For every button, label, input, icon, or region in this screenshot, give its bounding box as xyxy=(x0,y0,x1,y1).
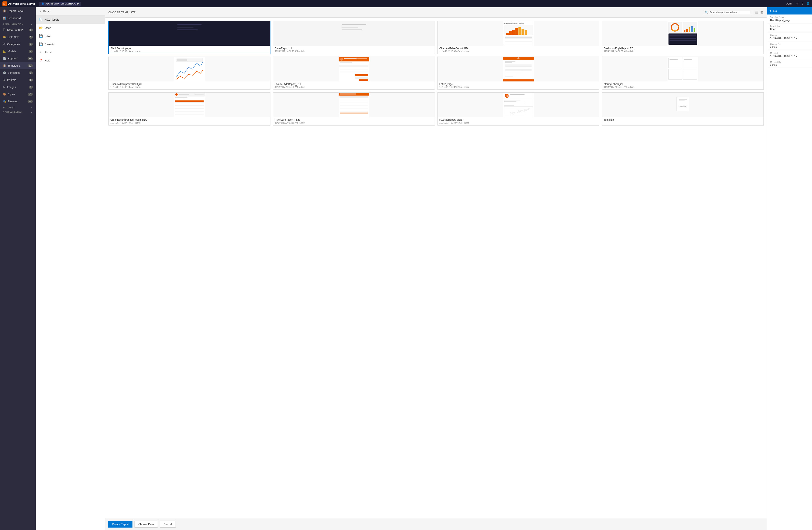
signout-icon[interactable]: ↪ xyxy=(797,2,799,5)
dialog-search-input[interactable] xyxy=(710,11,750,14)
data-sets-icon: 📂 xyxy=(3,35,6,39)
template-card-name: Template xyxy=(604,118,762,121)
svg-rect-115 xyxy=(340,110,368,111)
collapse-icon[interactable]: ▲ xyxy=(31,106,33,109)
svg-rect-80 xyxy=(669,61,676,61)
svg-rect-64 xyxy=(505,65,532,66)
svg-rect-55 xyxy=(355,76,368,77)
svg-text:Rx: Rx xyxy=(506,95,508,97)
sidebar-item-models[interactable]: 📐 Models 4 xyxy=(0,48,36,55)
menu-item-label: About xyxy=(45,51,52,54)
svg-rect-63 xyxy=(505,64,532,65)
svg-point-44 xyxy=(340,58,343,61)
info-field: Created Byadmin xyxy=(767,41,812,51)
svg-rect-48 xyxy=(340,64,348,64)
svg-rect-106 xyxy=(340,96,368,98)
collapse-icon[interactable]: ▲ xyxy=(31,111,33,114)
svg-point-60 xyxy=(517,57,519,59)
menu-item-new-report[interactable]: 📄 New Report xyxy=(36,15,105,24)
svg-rect-84 xyxy=(669,71,678,71)
schedules-badge: 3 xyxy=(29,71,33,74)
choose-data-button[interactable]: Choose Data xyxy=(134,521,158,528)
sidebar-item-label: Models xyxy=(8,50,16,53)
back-button[interactable]: ← Back xyxy=(36,8,105,15)
data-sources-badge: 3 xyxy=(29,29,33,31)
template-thumbnail xyxy=(109,93,270,117)
template-card[interactable]: PivotStyleReport_Page11/14/2017, 10:37:5… xyxy=(273,92,435,126)
logo-icon: AR xyxy=(2,1,7,6)
template-card[interactable]: ChartAndTableReport_RDL.rdlx ChartAndTab… xyxy=(437,21,599,54)
template-card[interactable]: DashboardStyleReport_RDL11/14/2017, 10:3… xyxy=(602,21,764,54)
collapse-icon[interactable]: ▲ xyxy=(31,23,33,26)
about-icon: ℹ xyxy=(39,51,43,54)
menu-item-save[interactable]: 💾 Save xyxy=(36,32,105,40)
dashboard-icon: 📊 xyxy=(3,16,6,19)
sidebar-item-label: Reports xyxy=(8,57,17,60)
template-card-meta: 11/14/2017, 10:37:18 AM · admin xyxy=(111,86,269,88)
dialog-search: 🔍 xyxy=(703,10,752,15)
template-card[interactable]: Template Template xyxy=(602,92,764,126)
svg-rect-23 xyxy=(505,43,532,43)
svg-rect-136 xyxy=(679,100,685,101)
svg-rect-137 xyxy=(679,102,686,102)
new-report-icon: 📄 xyxy=(39,18,43,22)
template-card[interactable]: Letter_Page11/14/2017, 10:37:32 AM · adm… xyxy=(437,57,599,90)
svg-rect-99 xyxy=(175,110,204,110)
menu-item-about[interactable]: ℹ About xyxy=(36,48,105,56)
menu-item-label: New Report xyxy=(45,18,59,21)
dialog-main: CHOOSE TEMPLATE 🔍 ☰ ⊞ BlankRepor xyxy=(105,8,767,530)
sidebar-item-dashboard[interactable]: 📊 Dashboard xyxy=(0,14,36,22)
sidebar-item-images[interactable]: 🖼 Images 3 xyxy=(0,84,36,91)
sidebar-item-categories[interactable]: 🏷 Categories 8 xyxy=(0,41,36,48)
user-name[interactable]: Admin xyxy=(786,2,793,5)
svg-rect-93 xyxy=(175,100,204,102)
svg-rect-19 xyxy=(505,37,532,38)
create-report-button[interactable]: Create Report xyxy=(108,521,132,528)
svg-rect-82 xyxy=(684,59,692,60)
svg-rect-12 xyxy=(509,31,511,35)
info-field: Template NameBlankReport_page xyxy=(767,14,812,24)
cancel-button[interactable]: Cancel xyxy=(160,521,176,528)
template-card-name: MailingLabels_rdl xyxy=(604,83,762,86)
sidebar-item-themes[interactable]: 🎭 Themes 15 xyxy=(0,98,36,105)
sidebar-item-label: Dashboard xyxy=(8,16,21,19)
data-sources-icon: 🗄 xyxy=(3,28,5,31)
sidebar-item-styles[interactable]: 🎨 Styles 47 xyxy=(0,91,36,98)
template-info: Letter_Page11/14/2017, 10:37:32 AM · adm… xyxy=(438,82,599,89)
sidebar-item-data-sets[interactable]: 📂 Data Sets 5 xyxy=(0,33,36,41)
sidebar-item-inner: 📊 Dashboard xyxy=(3,16,21,19)
sidebar-item-data-sources[interactable]: 🗄 Data Sources 3 xyxy=(0,26,36,33)
menu-item-open[interactable]: 📂 Open xyxy=(36,24,105,32)
printers-icon: 🖨 xyxy=(3,78,5,82)
menu-item-label: Save As xyxy=(45,43,55,46)
svg-text:Template: Template xyxy=(679,105,686,108)
menu-item-save-as[interactable]: 💾 Save As xyxy=(36,40,105,48)
svg-rect-73 xyxy=(503,80,534,82)
template-card[interactable]: OrganizationBrandedReport_RDL11/14/2017,… xyxy=(108,92,271,126)
sidebar-item-report-portal[interactable]: 📋 Report Portal xyxy=(0,8,36,14)
template-card[interactable]: BlankReport_page11/14/2017, 10:36:20 AM … xyxy=(108,21,271,54)
view-toggle: ☰ ⊞ xyxy=(754,10,764,15)
svg-rect-13 xyxy=(512,30,514,35)
template-card[interactable]: InvoiceStyleReport_RDL11/14/2017, 10:37:… xyxy=(273,57,435,90)
svg-rect-36 xyxy=(669,37,696,37)
sidebar-item-schedules[interactable]: 🕐 Schedules 3 xyxy=(0,69,36,76)
svg-rect-114 xyxy=(340,108,368,109)
template-card[interactable]: Rx For Viewing RXStyleReport_page11/14/2… xyxy=(437,92,599,126)
template-card[interactable]: BlankReport_rdl11/14/2017, 10:36:28 AM ·… xyxy=(273,21,435,54)
help-icon[interactable]: ? xyxy=(802,2,803,5)
list-view-button[interactable]: ☰ xyxy=(754,10,759,15)
svg-rect-29 xyxy=(684,30,685,32)
menu-item-label: Open xyxy=(45,26,51,29)
template-card[interactable]: FinancialCompositeChart_rdl11/14/2017, 1… xyxy=(108,57,271,90)
svg-rect-126 xyxy=(504,103,524,103)
sidebar-item-printers[interactable]: 🖨 Printers 0 xyxy=(0,76,36,84)
grid-view-button[interactable]: ⊞ xyxy=(759,10,764,15)
globe-icon[interactable]: 🌐 xyxy=(807,2,810,5)
menu-item-help[interactable]: ❓ Help xyxy=(36,56,105,65)
dialog-header-right: 🔍 ☰ ⊞ xyxy=(703,10,764,15)
svg-rect-2 xyxy=(177,27,193,28)
sidebar-item-templates[interactable]: 📋 Templates 11 xyxy=(0,62,36,69)
sidebar-item-reports[interactable]: 📄 Reports 34 xyxy=(0,55,36,62)
template-card[interactable]: MailingLabels_rdl11/14/2017, 10:37:39 AM… xyxy=(602,57,764,90)
